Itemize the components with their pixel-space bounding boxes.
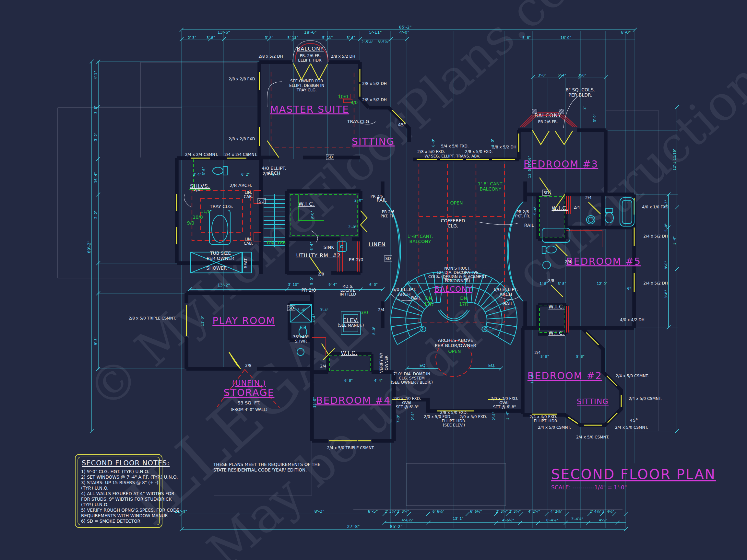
room-storage: STORAGE	[224, 387, 275, 398]
svg-text:SD: SD	[544, 191, 549, 195]
svg-text:2'-2": 2'-2"	[94, 210, 98, 219]
svg-text:11/0: 11/0	[200, 209, 210, 214]
svg-text:TRAY CLG.: TRAY CLG.	[209, 204, 233, 209]
svg-text:4/0 x 4/2 DH: 4/0 x 4/2 DH	[620, 318, 644, 322]
svg-text:2/8 x 5/0 TRIPLE CSMNT.: 2/8 x 5/0 TRIPLE CSMNT.	[129, 316, 176, 321]
svg-text:3/0: 3/0	[361, 310, 368, 315]
svg-text:3'-5⅞": 3'-5⅞"	[378, 40, 390, 44]
svg-text:W.I.C.: W.I.C.	[551, 205, 568, 211]
svg-text:4'-6½": 4'-6½"	[502, 518, 514, 523]
svg-text:10/0: 10/0	[338, 94, 348, 99]
svg-text:8'-3": 8'-3"	[314, 509, 325, 514]
svg-text:9/0: 9/0	[351, 100, 358, 105]
svg-text:STATE RESIDENTIAL CODE 'YEAR': STATE RESIDENTIAL CODE 'YEAR' EDITION.	[213, 467, 307, 473]
svg-text:EQ.: EQ.	[419, 363, 427, 368]
svg-text:2/8 x 5/2 DH: 2/8 x 5/2 DH	[362, 98, 386, 102]
svg-text:2/4 x 5/0 CSMNT.: 2/4 x 5/0 CSMNT.	[616, 374, 649, 378]
svg-text:ELLIPT. HDR.: ELLIPT. HDR.	[534, 419, 558, 423]
svg-text:2/4 x 5/0 CSMNT.: 2/4 x 5/0 CSMNT.	[629, 396, 662, 401]
room-sitting-master: SITTING	[352, 136, 395, 147]
svg-text:CAB.: CAB.	[244, 241, 253, 246]
svg-text:13'-2": 13'-2"	[217, 283, 230, 288]
svg-text:W.I.C.: W.I.C.	[298, 201, 315, 207]
svg-text:DN: DN	[267, 240, 274, 245]
svg-text:ELLIPT. DESIGN IN: ELLIPT. DESIGN IN	[289, 83, 324, 88]
svg-text:2/8 x 5/2 DH: 2/8 x 5/2 DH	[258, 54, 283, 59]
svg-text:6'-0": 6'-0"	[491, 138, 495, 147]
svg-text:2'-0": 2'-0"	[348, 225, 357, 229]
room-play-room: PLAY ROOM	[212, 315, 275, 326]
svg-text:PR. 2/6 FR.: PR. 2/6 FR.	[300, 53, 321, 58]
svg-text:18'-6": 18'-6"	[304, 30, 316, 35]
svg-text:BALCONY: BALCONY	[297, 46, 324, 52]
svg-text:W.I.C.: W.I.C.	[548, 304, 565, 310]
svg-text:SEE OWNER FOR: SEE OWNER FOR	[290, 79, 323, 83]
svg-text:6'-4": 6'-4"	[272, 172, 280, 177]
svg-text:2/4: 2/4	[585, 195, 591, 200]
svg-text:12'-5 11/16": 12'-5 11/16"	[672, 149, 677, 170]
svg-text:45°: 45°	[630, 418, 638, 423]
svg-text:PR 2/6: PR 2/6	[516, 210, 529, 214]
svg-text:3'-4": 3'-4"	[297, 308, 306, 312]
svg-text:(SEE MANUF.): (SEE MANUF.)	[337, 323, 364, 328]
svg-text:5'-0": 5'-0"	[310, 276, 314, 285]
svg-text:6'-8": 6'-8"	[344, 378, 353, 383]
svg-text:8'-0": 8'-0"	[372, 326, 376, 335]
svg-text:12'-0": 12'-0"	[597, 282, 607, 286]
svg-text:2": 2"	[582, 106, 587, 110]
svg-text:SINK: SINK	[324, 245, 334, 250]
svg-text:3'-4": 3'-4"	[193, 172, 201, 177]
svg-text:PKT. FR.: PKT. FR.	[381, 214, 395, 218]
room-bedroom-5: BEDROOM #5	[566, 256, 641, 267]
svg-text:2/8 x 5/0 FXD.: 2/8 x 5/0 FXD.	[417, 150, 445, 154]
svg-text:2/0 x 3/0 FXD.: 2/0 x 3/0 FXD.	[393, 396, 421, 401]
svg-text:PR 2/6 FR.: PR 2/6 FR.	[538, 119, 558, 124]
svg-text:1'-8": 1'-8"	[540, 282, 548, 286]
svg-text:5'-4": 5'-4"	[558, 73, 566, 77]
svg-text:12'-0": 12'-0"	[530, 373, 534, 384]
svg-text:ELEV.: ELEV.	[343, 317, 359, 323]
svg-text:W/ SEG. ELLIPT. TRANS. ABV.: W/ SEG. ELLIPT. TRANS. ABV.	[424, 154, 480, 158]
svg-text:6'-2": 6'-2"	[241, 172, 250, 177]
svg-text:PER BLDR/OWNER: PER BLDR/OWNER	[435, 343, 476, 348]
svg-text:5'-8": 5'-8"	[522, 36, 531, 40]
svg-text:ELLIPT. HDR.: ELLIPT. HDR.	[298, 58, 322, 62]
svg-text:OWNER: OWNER	[384, 355, 389, 370]
svg-text:4'-2¼": 4'-2¼"	[528, 509, 540, 514]
svg-text:8'-4⅞": 8'-4⅞"	[546, 518, 558, 523]
svg-text:(SEE ELEV.): (SEE ELEV.)	[443, 423, 465, 427]
svg-text:1) 9'-0" CLG. HGT. (TYP.) U.N: 1) 9'-0" CLG. HGT. (TYP.) U.N.O.	[81, 469, 149, 474]
svg-text:REQUIREMENTS WITH WINDOW MANUF: REQUIREMENTS WITH WINDOW MANUF.	[81, 513, 168, 518]
svg-text:3'-8": 3'-8"	[94, 105, 98, 114]
svg-text:PR 2/6: PR 2/6	[370, 194, 383, 199]
svg-text:2/8: 2/8	[245, 363, 251, 368]
svg-text:4'-4": 4'-4"	[374, 378, 383, 383]
svg-text:BALCONY: BALCONY	[410, 239, 431, 244]
svg-text:2/6: 2/6	[263, 171, 269, 176]
svg-text:23'-4": 23'-4"	[447, 278, 460, 283]
svg-text:2/4: 2/4	[565, 260, 571, 264]
svg-text:2'-3¼": 2'-3¼"	[496, 509, 508, 514]
svg-text:3'-0": 3'-0"	[538, 73, 546, 77]
svg-text:8" SQ. COLS.: 8" SQ. COLS.	[566, 87, 595, 92]
svg-text:RAIL: RAIL	[503, 301, 513, 306]
svg-text:85'-2": 85'-2"	[390, 524, 402, 529]
svg-text:COFFERED: COFFERED	[441, 218, 465, 223]
svg-text:PR 2/0: PR 2/0	[301, 288, 316, 293]
svg-text:BALCONY: BALCONY	[480, 186, 501, 191]
svg-text:9'-5": 9'-5"	[94, 337, 98, 345]
svg-text:2/8 x 5/2 DH: 2/8 x 5/2 DH	[492, 145, 516, 150]
svg-text:2/4 x 2/4 CSMNT.: 2/4 x 2/4 CSMNT.	[185, 152, 218, 157]
svg-text:9'-0": 9'-0"	[310, 211, 314, 219]
svg-text:ELLIPT. HDR.: ELLIPT. HDR.	[442, 419, 466, 423]
svg-text:2'-4": 2'-4"	[492, 412, 496, 420]
svg-text:12'-5 11/16": 12'-5 11/16"	[527, 156, 532, 178]
svg-text:9'-4": 9'-4"	[329, 283, 337, 287]
svg-text:2/8 x 2/8 FXD.: 2/8 x 2/8 FXD.	[229, 137, 256, 141]
svg-text:SEAT: SEAT	[243, 258, 248, 268]
svg-text:3'-4": 3'-4"	[506, 411, 510, 420]
svg-text:2'-5⅛": 2'-5⅛"	[361, 40, 374, 44]
svg-text:LIN.: LIN.	[244, 190, 252, 195]
svg-text:2/4 x 5/2 DH: 2/4 x 5/2 DH	[643, 234, 668, 239]
svg-text:16'-4": 16'-4"	[94, 172, 98, 183]
